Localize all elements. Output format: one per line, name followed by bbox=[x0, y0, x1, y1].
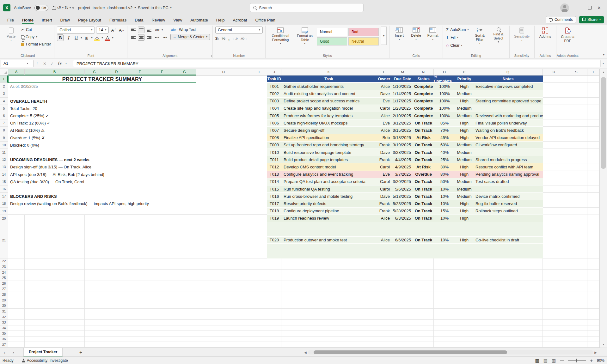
row-header-9[interactable]: 9 bbox=[0, 134, 8, 142]
delete-cells-button[interactable]: Delete▾ bbox=[409, 27, 423, 42]
cell-pct[interactable]: 100% bbox=[434, 90, 455, 97]
summary-title[interactable]: PROJECT TRACKER SUMMARY bbox=[8, 76, 196, 83]
row-header-21[interactable]: 21 bbox=[0, 222, 8, 258]
cell-id[interactable]: T009 bbox=[267, 142, 281, 149]
row-header-16[interactable]: 16 bbox=[0, 185, 8, 193]
cell-owner[interactable]: Alice bbox=[376, 237, 392, 243]
cell-status[interactable]: At Risk bbox=[413, 134, 434, 141]
cell-pct[interactable]: 10% bbox=[434, 200, 455, 207]
cell-owner[interactable]: Carol bbox=[376, 178, 392, 185]
minimize-button[interactable]: — bbox=[575, 3, 585, 13]
cell-task[interactable]: Launch readiness review bbox=[281, 215, 376, 222]
row-header-20[interactable]: 20 bbox=[0, 215, 8, 222]
cell-priority[interactable]: High bbox=[455, 163, 473, 170]
row-header-12[interactable]: 12 bbox=[0, 156, 8, 163]
search-input[interactable]: Search bbox=[250, 3, 364, 12]
accessibility-checker[interactable]: Accessibility: Investigate bbox=[22, 358, 68, 363]
maximize-button[interactable] bbox=[585, 3, 594, 13]
scroll-up-icon[interactable]: ▲ bbox=[600, 69, 607, 75]
column-header-J[interactable]: J bbox=[267, 69, 281, 75]
column-header-I[interactable]: I bbox=[251, 69, 267, 75]
cell-id[interactable]: T005 bbox=[267, 112, 281, 119]
qat-overflow-icon[interactable]: ≂ bbox=[72, 6, 74, 9]
cell-task[interactable]: Finalize API specification bbox=[281, 134, 376, 141]
summary-line[interactable]: Overdue: 1 (5%) ✗ bbox=[10, 134, 45, 142]
cell-due[interactable]: 3/19/2025 bbox=[392, 142, 413, 149]
summary-line[interactable]: Complete: 5 (25%) ✓ bbox=[10, 112, 49, 119]
redo-icon[interactable]: ↻ bbox=[64, 5, 69, 11]
decrease-indent-button[interactable]: ⇤≡ bbox=[154, 34, 160, 41]
cell-id[interactable]: T013 bbox=[267, 171, 281, 178]
sheet-tab-project-tracker[interactable]: Project Tracker bbox=[23, 348, 63, 356]
column-header-B[interactable]: B bbox=[25, 69, 85, 75]
next-sheet-icon[interactable]: › bbox=[9, 348, 18, 356]
table-header-priority[interactable]: Priority bbox=[455, 76, 473, 82]
cell-pct[interactable]: 80% bbox=[434, 171, 455, 178]
ribbon-tab-insert[interactable]: Insert bbox=[38, 15, 56, 25]
paste-button[interactable]: Paste ▾ bbox=[4, 27, 18, 43]
cell-task[interactable]: Run cross-browser and mobile testing bbox=[281, 193, 376, 200]
cell-pct[interactable]: 40% bbox=[434, 149, 455, 156]
cell-status[interactable]: On Track bbox=[413, 119, 434, 126]
cell-priority[interactable]: High bbox=[455, 237, 473, 243]
increase-indent-button[interactable]: ⇥≡ bbox=[162, 34, 168, 41]
cell-status[interactable]: On Track bbox=[413, 237, 434, 243]
cell-style-normal[interactable]: Normal bbox=[317, 28, 347, 36]
format-as-table-button[interactable]: Format as Table ▾ bbox=[295, 27, 315, 46]
scroll-down-icon[interactable]: ▼ bbox=[600, 341, 607, 348]
cell-due[interactable]: 1/28/2025 bbox=[392, 105, 413, 112]
cell-status[interactable]: Overdue bbox=[413, 171, 434, 178]
zoom-slider-thumb[interactable] bbox=[576, 359, 577, 362]
addins-button[interactable]: Add-ins bbox=[537, 27, 554, 39]
undo-icon[interactable]: ↺ bbox=[57, 5, 61, 11]
cell-pct[interactable]: 45% bbox=[434, 134, 455, 141]
orientation-button[interactable]: ab̷ bbox=[154, 27, 160, 33]
cell-id[interactable]: T006 bbox=[267, 119, 281, 126]
cell-notes[interactable]: Test cases drafted bbox=[473, 178, 543, 185]
cell-task[interactable]: Create site map and navigation model bbox=[281, 105, 376, 112]
cell-task[interactable]: Audit existing site analytics and conten… bbox=[281, 90, 376, 97]
cell-priority[interactable]: Medium bbox=[455, 156, 473, 163]
cell-task[interactable]: Produce wireframes for key templates bbox=[281, 112, 376, 119]
summary-line[interactable]: OVERALL HEALTH bbox=[10, 98, 47, 105]
cell-pct[interactable]: 100% bbox=[434, 105, 455, 112]
cell-owner[interactable]: Alice bbox=[376, 112, 392, 119]
row-header-22[interactable]: 22 bbox=[0, 258, 8, 264]
table-header-notes[interactable]: Notes bbox=[473, 76, 543, 82]
expand-formula-bar-icon[interactable]: ▾ bbox=[603, 62, 604, 65]
cell-owner[interactable]: Frank bbox=[376, 142, 392, 149]
cell-status[interactable]: On Track bbox=[413, 149, 434, 156]
cell-priority[interactable]: High bbox=[455, 215, 473, 222]
row-header-5[interactable]: 5 bbox=[0, 105, 8, 112]
font-color-button[interactable]: A bbox=[104, 34, 111, 41]
sort-filter-button[interactable]: AZ Sort & Filter ▾ bbox=[472, 27, 488, 46]
autosave-toggle[interactable]: Off bbox=[34, 5, 48, 11]
cell-notes[interactable]: Waiting on Bob's feedback bbox=[473, 127, 543, 134]
ribbon-tab-file[interactable]: File bbox=[3, 15, 18, 25]
save-icon[interactable] bbox=[52, 6, 56, 10]
styles-gallery-scroll[interactable]: ▾ bbox=[381, 27, 387, 45]
cell-id[interactable]: T018 bbox=[267, 208, 281, 215]
cell-pct[interactable]: 70% bbox=[434, 127, 455, 134]
cell-notes[interactable]: Shared modules in progress bbox=[473, 156, 543, 163]
horizontal-scroll-thumb[interactable] bbox=[314, 350, 507, 354]
cell-pct[interactable]: 10% bbox=[434, 237, 455, 243]
summary-line[interactable]: Design sign-off (due 3/15) — On Track, A… bbox=[10, 163, 91, 171]
cell-status[interactable]: On Track bbox=[413, 200, 434, 207]
cell-id[interactable]: T011 bbox=[267, 156, 281, 163]
clear-button[interactable]: ◇Clear▾ bbox=[445, 42, 469, 49]
table-header-status[interactable]: Status bbox=[413, 76, 434, 82]
cell-owner[interactable]: Dave bbox=[376, 193, 392, 200]
cell-owner[interactable]: Frank bbox=[376, 200, 392, 207]
format-painter-button[interactable]: Format Painter bbox=[21, 41, 52, 47]
cell-due[interactable]: 6/6/2025 bbox=[392, 237, 413, 243]
column-header-K[interactable]: K bbox=[281, 69, 376, 75]
horizontal-scrollbar[interactable]: ◀ ▶ bbox=[304, 349, 597, 356]
cell-task[interactable]: Build responsive homepage template bbox=[281, 149, 376, 156]
row-header-32[interactable]: 32 bbox=[0, 314, 8, 320]
increase-font-button[interactable]: A^ bbox=[110, 27, 117, 33]
row-header-29[interactable]: 29 bbox=[0, 297, 8, 303]
cell-due[interactable]: 5/13/2025 bbox=[392, 193, 413, 200]
add-sheet-button[interactable]: + bbox=[76, 348, 85, 356]
font-size-select[interactable]: 14▾ bbox=[96, 27, 109, 33]
